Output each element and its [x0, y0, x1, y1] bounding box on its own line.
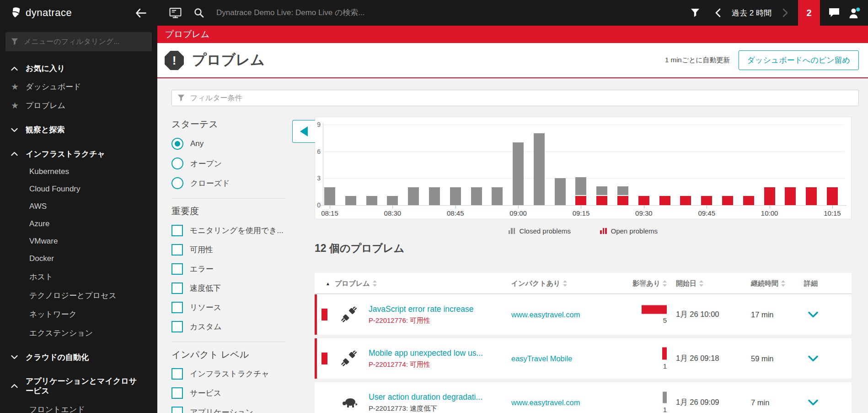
sidebar-item[interactable]: テクノロジーとプロセス	[0, 286, 157, 305]
sidebar-section[interactable]: 観察と探索	[0, 121, 157, 139]
severity-heading: 重要度	[171, 205, 291, 217]
sidebar-item[interactable]: Cloud Foundry	[0, 180, 157, 198]
search-icon[interactable]	[193, 7, 204, 18]
filter-icon[interactable]	[691, 8, 700, 17]
x-axis-label: 08:15	[316, 209, 343, 217]
sidebar-collapse-arrow-icon[interactable]	[135, 9, 146, 17]
radio-label: Any	[190, 139, 204, 148]
problem-title-link[interactable]: Mobile app unexpected low us...	[369, 348, 483, 358]
sidebar-item[interactable]: Docker	[0, 250, 157, 267]
checkbox-icon	[171, 407, 183, 413]
legend-item[interactable]: Closed problems	[509, 227, 571, 235]
dynatrace-logo[interactable]: dynatrace	[10, 7, 72, 19]
collapse-chart-button[interactable]	[292, 120, 315, 143]
open-problems-bar	[575, 196, 586, 205]
impacted-entity-link[interactable]: easyTravel Mobile	[511, 354, 572, 363]
filter-checkbox[interactable]: インフラストラクチャ	[171, 368, 291, 380]
sort-arrows-icon	[663, 280, 667, 287]
sidebar-section[interactable]: インフラストラクチャ	[0, 145, 157, 163]
impacted-entity-link[interactable]: www.easytravel.com	[511, 398, 580, 407]
chevron-down-icon	[11, 355, 18, 359]
checkbox-label: 速度低下	[190, 283, 221, 293]
open-problems-bar	[827, 187, 838, 205]
duration: 7 min	[751, 398, 769, 407]
filter-checkbox[interactable]: サービス	[171, 387, 291, 399]
gridline	[323, 125, 844, 125]
sidebar-item-label: Kubernetes	[29, 167, 69, 176]
sidebar-item[interactable]: Kubernetes	[0, 163, 157, 180]
star-icon: ★	[11, 82, 19, 91]
sidebar-filter-input[interactable]	[23, 37, 146, 46]
closed-problems-bar	[324, 187, 335, 205]
time-range-selector[interactable]: 過去 2 時間	[732, 8, 772, 18]
filter-conditions-input[interactable]	[189, 93, 853, 103]
user-profile-icon[interactable]	[848, 7, 861, 19]
global-search-input[interactable]	[215, 8, 473, 18]
status-radio[interactable]: クローズド	[171, 177, 291, 189]
status-radio[interactable]: オープン	[171, 158, 291, 169]
column-header[interactable]: 継続時間	[751, 273, 785, 294]
details-expand-button[interactable]	[804, 354, 822, 364]
open-problems-badge[interactable]: 2	[798, 0, 820, 26]
time-range-forward-icon[interactable]	[782, 8, 788, 17]
checkbox-icon	[171, 387, 183, 399]
logo-block: dynatrace	[0, 0, 157, 26]
filter-checkbox[interactable]: リソース	[171, 302, 291, 313]
filter-checkbox[interactable]: 速度低下	[171, 283, 291, 294]
checkbox-icon	[171, 368, 183, 380]
impacted-entity-link[interactable]: www.easytravel.com	[511, 310, 580, 319]
column-header[interactable]: ▲プロブレム	[326, 273, 377, 294]
filter-checkbox[interactable]: カスタム	[171, 321, 291, 332]
sidebar-section[interactable]: クラウドの自動化	[0, 348, 157, 366]
severity-options: モニタリングを使用でき...可用性エラー速度低下リソースカスタム	[171, 225, 291, 332]
filter-checkbox[interactable]: エラー	[171, 263, 291, 275]
radio-label: オープン	[190, 158, 222, 169]
page-header-actions: 1 minごとに自動更新 ダッシュボードへのピン留め	[665, 43, 859, 77]
problems-timeline-plot[interactable]: 036908:1508:3008:4509:0009:1509:3009:451…	[315, 117, 851, 219]
open-problems-bar	[722, 196, 733, 205]
global-search	[157, 0, 691, 26]
closed-problems-bar	[450, 187, 461, 205]
status-radio[interactable]: Any	[171, 138, 291, 150]
filter-checkbox[interactable]: 可用性	[171, 244, 291, 255]
sidebar-item[interactable]: ホスト	[0, 267, 157, 286]
sidebar-item[interactable]: Azure	[0, 215, 157, 233]
problem-title-link[interactable]: JavaScript error rate increase	[369, 304, 474, 314]
monitor-icon[interactable]	[169, 7, 182, 19]
radio-icon	[171, 158, 183, 169]
sidebar-item[interactable]: フロントエンド	[0, 400, 157, 413]
problem-title-cell: Mobile app unexpected low us...P-2201277…	[369, 348, 483, 369]
column-header[interactable]: インパクトあり	[511, 273, 567, 294]
column-header[interactable]: 開始日	[676, 273, 703, 294]
closed-problems-bar	[387, 196, 398, 205]
details-expand-button[interactable]	[804, 398, 822, 408]
severity-indicator	[321, 309, 327, 321]
sidebar-section[interactable]: アプリケーションとマイクロサービス	[0, 372, 157, 400]
chat-icon[interactable]	[828, 7, 840, 18]
sidebar-item-favorite[interactable]: ★プロブレム	[0, 96, 157, 115]
y-axis-label: 0	[312, 201, 321, 209]
time-range-back-icon[interactable]	[715, 8, 721, 17]
closed-problems-bar	[617, 186, 628, 196]
filter-checkbox[interactable]: モニタリングを使用でき...	[171, 225, 291, 236]
mini-bar-chart-icon	[600, 228, 607, 234]
legend-label: Open problems	[611, 227, 658, 235]
x-axis-label: 09:30	[630, 209, 658, 217]
legend-label: Closed problems	[519, 227, 571, 235]
sidebar-item-favorite[interactable]: ★ダッシュボード	[0, 77, 157, 96]
legend-item[interactable]: Open problems	[600, 227, 658, 235]
filter-checkbox[interactable]: アプリケーション	[171, 407, 291, 413]
sidebar-item[interactable]: VMware	[0, 233, 157, 250]
chevron-up-icon	[11, 66, 18, 71]
sidebar-item[interactable]: エクステンション	[0, 324, 157, 342]
sidebar-item[interactable]: ネットワーク	[0, 305, 157, 324]
breadcrumb[interactable]: プロブレム	[165, 28, 209, 40]
column-header[interactable]: 影響あり	[614, 273, 667, 294]
sidebar-item[interactable]: AWS	[0, 198, 157, 215]
problem-title-link[interactable]: User action duration degradati...	[369, 392, 482, 402]
pin-to-dashboard-button[interactable]: ダッシュボードへのピン留め	[739, 50, 859, 70]
duration: 59 min	[751, 354, 774, 363]
details-expand-button[interactable]	[804, 310, 822, 320]
sidebar-section[interactable]: お気に入り	[0, 60, 157, 77]
sidebar-section-label: インフラストラクチャ	[26, 149, 105, 159]
